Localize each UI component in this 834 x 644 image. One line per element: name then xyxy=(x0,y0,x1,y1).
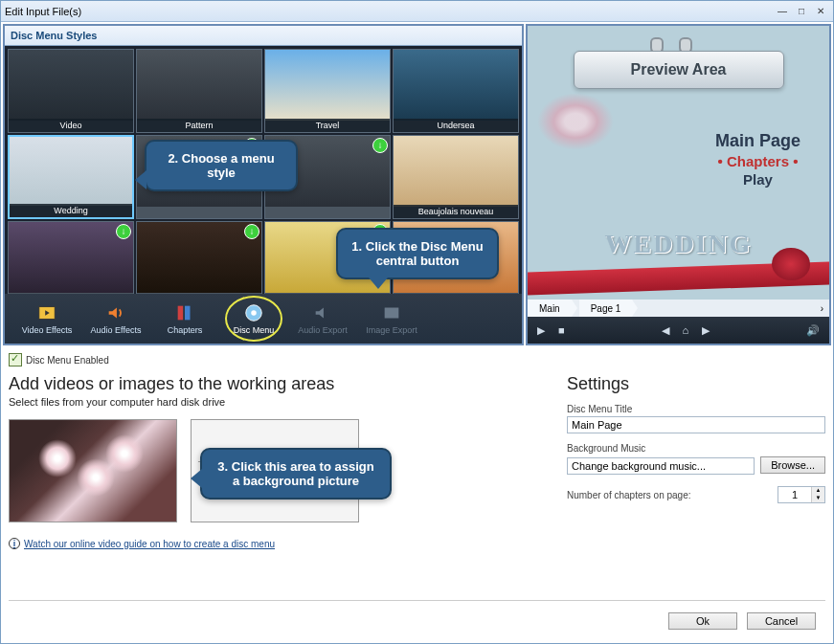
decor-flowers xyxy=(537,93,614,150)
tool-chapters[interactable]: Chapters xyxy=(150,296,219,342)
style-thumb-beaujolais[interactable]: Beaujolais nouveau xyxy=(393,135,519,219)
disc-menu-enabled-label: Disc Menu Enabled xyxy=(26,355,109,366)
window-title: Edit Input File(s) xyxy=(5,6,772,17)
play-icon[interactable]: ▶ xyxy=(537,324,545,337)
download-icon: ↓ xyxy=(116,224,131,239)
preview-menu-play: Play xyxy=(715,171,800,188)
spin-down-icon[interactable]: ▼ xyxy=(811,495,824,502)
styles-header: Disc Menu Styles xyxy=(5,26,522,46)
info-icon: i xyxy=(9,538,20,549)
minimize-button[interactable]: — xyxy=(774,5,791,18)
callout-choose-style: 2. Choose a menu style xyxy=(145,140,298,191)
home-icon[interactable]: ⌂ xyxy=(683,324,689,336)
playback-controls: ▶ ■ ◀ ⌂ ▶ 🔊 xyxy=(528,317,829,344)
titlebar: Edit Input File(s) — □ ✕ xyxy=(1,1,833,22)
preview-menu: Main Page • Chapters • Play xyxy=(715,131,800,188)
preview-area: Preview Area Main Page • Chapters • Play… xyxy=(528,26,829,300)
editor-toolbar: Video Effects Audio Effects Chapters Dis… xyxy=(5,294,522,344)
svg-rect-6 xyxy=(385,308,399,319)
style-thumb-wedding[interactable]: Wedding xyxy=(8,135,134,219)
background-picture-area[interactable] xyxy=(9,419,177,522)
video-guide-link[interactable]: i Watch our online video guide on how to… xyxy=(9,538,538,549)
preview-menu-main: Main Page xyxy=(715,131,800,151)
preview-panel: Preview Area Main Page • Chapters • Play… xyxy=(526,24,831,345)
svg-point-5 xyxy=(251,310,257,316)
tool-video-effects[interactable]: Video Effects xyxy=(12,296,81,342)
next-icon[interactable]: ▶ xyxy=(702,324,710,337)
cancel-button[interactable]: Cancel xyxy=(747,612,816,630)
callout-background-picture: 3. Click this area to assign a backgroun… xyxy=(200,448,392,500)
preview-menu-chapters: • Chapters • xyxy=(715,153,800,169)
style-thumb-travel[interactable]: Travel xyxy=(264,49,391,133)
disc-menu-enabled-row: Disc Menu Enabled xyxy=(9,351,825,374)
background-music-input[interactable] xyxy=(567,457,755,475)
style-thumb-9[interactable]: ↓ xyxy=(136,221,262,294)
disc-menu-enabled-checkbox[interactable] xyxy=(9,353,22,366)
style-thumb-undersea[interactable]: Undersea xyxy=(393,49,519,133)
close-button[interactable]: ✕ xyxy=(812,5,829,18)
download-icon: ↓ xyxy=(372,138,388,153)
volume-icon[interactable]: 🔊 xyxy=(806,324,820,337)
disc-title-label: Disc Menu Title xyxy=(567,404,825,414)
styles-grid: Video Pattern Travel Undersea Wedding ↓ … xyxy=(5,46,522,294)
page-breadcrumb: Main Page 1 › xyxy=(528,300,829,317)
background-music-label: Background Music xyxy=(567,443,825,454)
decor-rose xyxy=(772,248,810,280)
prev-icon[interactable]: ◀ xyxy=(662,324,669,337)
disc-title-input[interactable] xyxy=(567,416,825,433)
style-thumb-video[interactable]: Video xyxy=(8,49,134,133)
settings-heading: Settings xyxy=(567,374,825,394)
preview-decor-text: WEDDING xyxy=(604,229,752,259)
chapters-count-label: Number of chapters on page: xyxy=(567,490,691,500)
crumb-page[interactable]: Page 1 xyxy=(579,300,633,317)
tool-audio-export[interactable]: Audio Export xyxy=(288,296,357,342)
download-icon: ↓ xyxy=(244,224,259,239)
maximize-button[interactable]: □ xyxy=(793,5,810,18)
stop-icon[interactable]: ■ xyxy=(558,324,565,336)
styles-panel: Disc Menu Styles Video Pattern Travel Un… xyxy=(3,24,524,345)
ok-button[interactable]: Ok xyxy=(668,612,737,630)
crumb-next-icon[interactable]: › xyxy=(815,303,829,314)
tool-disc-menu[interactable]: Disc Menu xyxy=(219,296,288,342)
spin-up-icon[interactable]: ▲ xyxy=(811,487,824,495)
divider xyxy=(9,600,825,601)
working-subheading: Select files from your computer hard dis… xyxy=(9,396,538,408)
style-thumb-pattern[interactable]: Pattern xyxy=(136,49,262,133)
style-thumb-8[interactable]: ↓ xyxy=(8,221,134,294)
browse-button[interactable]: Browse... xyxy=(760,456,825,474)
chapters-count-stepper[interactable]: ▲▼ xyxy=(778,486,825,503)
svg-rect-2 xyxy=(178,306,184,321)
svg-rect-3 xyxy=(185,306,191,321)
tool-image-export[interactable]: Image Export xyxy=(357,296,426,342)
chapters-count-input[interactable] xyxy=(778,487,811,502)
working-heading: Add videos or images to the working area… xyxy=(9,374,538,394)
preview-label: Preview Area xyxy=(574,51,784,89)
tool-audio-effects[interactable]: Audio Effects xyxy=(81,296,150,342)
crumb-main[interactable]: Main xyxy=(528,300,572,317)
callout-click-disc-menu: 1. Click the Disc Menu central button xyxy=(336,228,499,279)
